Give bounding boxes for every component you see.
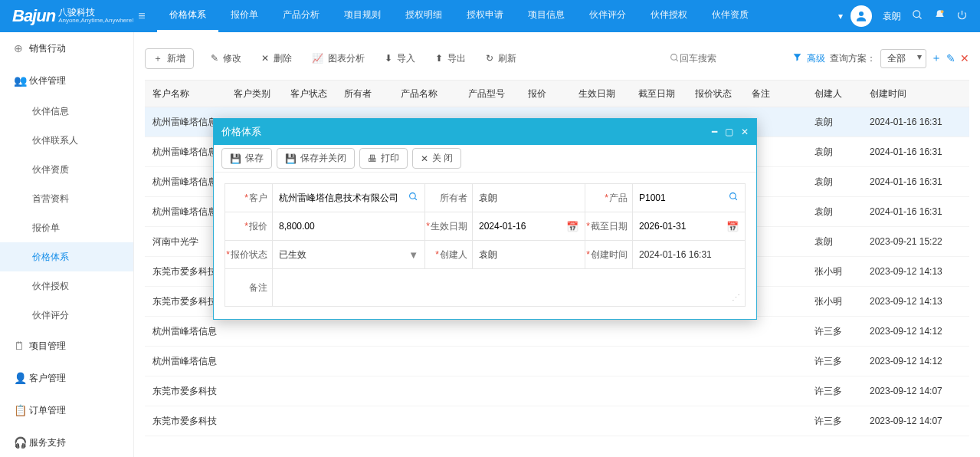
nav-item[interactable]: 报价单 bbox=[218, 0, 270, 32]
table-cell: 2024-01-16 16:31 bbox=[865, 176, 949, 187]
svg-line-9 bbox=[735, 198, 737, 200]
sidebar-item[interactable]: 首营资料 bbox=[0, 184, 133, 213]
table-row[interactable]: 杭州雷峰塔信息许三多2023-09-12 14:12 bbox=[145, 347, 969, 376]
table-cell: 张小明 bbox=[810, 295, 865, 308]
table-cell: 许三多 bbox=[810, 415, 865, 428]
sidebar-item[interactable]: 伙伴评分 bbox=[0, 301, 133, 330]
svg-point-0 bbox=[859, 12, 864, 16]
sidebar-section[interactable]: 🗒项目管理 bbox=[0, 330, 133, 362]
table-cell: 许三多 bbox=[810, 355, 865, 368]
section-icon: 👥 bbox=[14, 74, 29, 87]
column-header[interactable]: 产品型号 bbox=[464, 87, 523, 100]
scheme-delete-icon[interactable]: ✕ bbox=[960, 52, 969, 64]
search-icon[interactable] bbox=[912, 9, 923, 23]
sidebar-section[interactable]: 📋订单管理 bbox=[0, 394, 133, 426]
refresh-button[interactable]: ↻刷新 bbox=[483, 51, 519, 67]
logo[interactable]: Bajun 八骏科技 Anyone,Anytime,Anywhere! bbox=[0, 6, 134, 26]
import-button[interactable]: ⬇导入 bbox=[382, 51, 418, 67]
input-customer[interactable] bbox=[279, 192, 418, 203]
input-price[interactable] bbox=[279, 221, 418, 232]
sidebar-item[interactable]: 伙伴资质 bbox=[0, 155, 133, 184]
column-header[interactable]: 截至日期 bbox=[634, 87, 690, 100]
modal-header[interactable]: 价格体系 ━ ▢ ✕ bbox=[214, 119, 756, 145]
chevron-down-icon[interactable]: ▼ bbox=[408, 249, 418, 261]
advanced-link[interactable]: 高级 bbox=[807, 52, 825, 65]
column-header[interactable]: 报价 bbox=[523, 87, 574, 100]
column-header[interactable]: 备注 bbox=[747, 87, 810, 100]
table-row[interactable]: 杭州雷峰塔信息许三多2023-09-12 14:12 bbox=[145, 317, 969, 347]
save-icon: 💾 bbox=[285, 153, 297, 164]
input-product[interactable] bbox=[639, 192, 739, 203]
value-created: 2024-01-16 16:31 bbox=[639, 249, 739, 260]
hamburger-icon[interactable]: ≡ bbox=[134, 9, 149, 23]
add-button[interactable]: ＋新增 bbox=[145, 48, 194, 69]
close-icon[interactable]: ✕ bbox=[741, 127, 749, 137]
nav-item[interactable]: 价格体系 bbox=[157, 0, 218, 32]
modal-close-button[interactable]: ✕关 闭 bbox=[412, 148, 461, 169]
scheme-add-icon[interactable]: ＋ bbox=[931, 51, 942, 65]
nav-more-button[interactable]: ▾ bbox=[831, 11, 851, 21]
nav-item[interactable]: 伙伴授权 bbox=[638, 0, 700, 32]
table-cell: 2024-01-16 16:31 bbox=[865, 146, 949, 157]
table-cell: 袁朗 bbox=[810, 205, 865, 219]
avatar[interactable] bbox=[851, 5, 872, 27]
sidebar-item[interactable]: 价格体系 bbox=[0, 242, 133, 271]
column-header[interactable]: 产品名称 bbox=[396, 87, 464, 100]
sidebar-section[interactable]: 👤客户管理 bbox=[0, 362, 133, 394]
user-name[interactable]: 袁朗 bbox=[883, 10, 901, 23]
column-header[interactable]: 创建时间 bbox=[865, 87, 949, 100]
column-header[interactable]: 客户名称 bbox=[145, 87, 229, 100]
select-status[interactable]: 已生效 bbox=[279, 248, 418, 261]
bell-icon[interactable] bbox=[934, 9, 946, 23]
nav-item[interactable]: 授权申请 bbox=[454, 0, 516, 32]
sidebar-item[interactable]: 报价单 bbox=[0, 213, 133, 242]
chart-button[interactable]: 📈图表分析 bbox=[309, 51, 368, 67]
export-button[interactable]: ⬆导出 bbox=[432, 51, 469, 67]
column-header[interactable]: 报价状态 bbox=[690, 87, 747, 100]
column-header[interactable]: 客户类别 bbox=[229, 87, 286, 100]
sidebar-item[interactable]: 伙伴信息 bbox=[0, 97, 133, 126]
modal-save-button[interactable]: 💾保存 bbox=[221, 148, 272, 169]
minimize-icon[interactable]: ━ bbox=[712, 127, 717, 137]
delete-button[interactable]: ✕删除 bbox=[258, 51, 295, 67]
export-icon: ⬆ bbox=[435, 53, 443, 64]
calendar-icon[interactable]: 📅 bbox=[566, 221, 578, 232]
search-input[interactable] bbox=[680, 53, 764, 64]
input-effective[interactable] bbox=[479, 221, 578, 232]
column-header[interactable]: 创建人 bbox=[810, 87, 865, 100]
scheme-select[interactable]: 全部 bbox=[880, 49, 926, 68]
modal-print-button[interactable]: 🖶打印 bbox=[359, 148, 408, 169]
power-icon[interactable] bbox=[956, 9, 968, 23]
sidebar-item[interactable]: 伙伴联系人 bbox=[0, 126, 133, 155]
sidebar-item[interactable]: 伙伴授权 bbox=[0, 271, 133, 301]
nav-item[interactable]: 伙伴评分 bbox=[577, 0, 638, 32]
nav-item[interactable]: 伙伴资质 bbox=[700, 0, 761, 32]
search-icon[interactable] bbox=[408, 192, 418, 204]
edit-button[interactable]: ✎修改 bbox=[208, 51, 244, 67]
nav-item[interactable]: 产品分析 bbox=[270, 0, 332, 32]
modal-save-close-button[interactable]: 💾保存并关闭 bbox=[277, 148, 355, 169]
column-header[interactable]: 生效日期 bbox=[574, 87, 634, 100]
section-label: 销售行动 bbox=[29, 42, 66, 55]
nav-item[interactable]: 授权明细 bbox=[393, 0, 454, 32]
search-box[interactable] bbox=[670, 53, 785, 64]
nav-item[interactable]: 项目信息 bbox=[516, 0, 577, 32]
table-cell: 袁朗 bbox=[810, 116, 865, 129]
search-icon[interactable] bbox=[729, 192, 739, 204]
sidebar-section[interactable]: 🎧服务支持 bbox=[0, 426, 133, 457]
table-row[interactable]: 东莞市爱多科技许三多2023-09-12 14:07 bbox=[145, 406, 969, 436]
maximize-icon[interactable]: ▢ bbox=[725, 127, 733, 137]
table-row[interactable]: 东莞市爱多科技许三多2023-09-12 14:07 bbox=[145, 376, 969, 406]
sidebar-section[interactable]: 👥伙伴管理 bbox=[0, 64, 133, 97]
sidebar-section[interactable]: ⊕销售行动 bbox=[0, 32, 133, 64]
filter-icon[interactable] bbox=[792, 52, 802, 64]
input-until[interactable] bbox=[639, 221, 739, 232]
column-header[interactable]: 客户状态 bbox=[286, 87, 339, 100]
column-header[interactable]: 所有者 bbox=[339, 87, 396, 100]
table-cell: 2024-01-16 16:31 bbox=[865, 206, 949, 217]
calendar-icon[interactable]: 📅 bbox=[726, 221, 739, 232]
modal-dialog: 价格体系 ━ ▢ ✕ 💾保存 💾保存并关闭 🖶打印 ✕关 闭 客户 所有者 袁朗… bbox=[213, 118, 757, 320]
scheme-edit-icon[interactable]: ✎ bbox=[946, 52, 955, 64]
resize-grip-icon[interactable]: ⋰ bbox=[732, 293, 740, 303]
nav-item[interactable]: 项目规则 bbox=[332, 0, 393, 32]
